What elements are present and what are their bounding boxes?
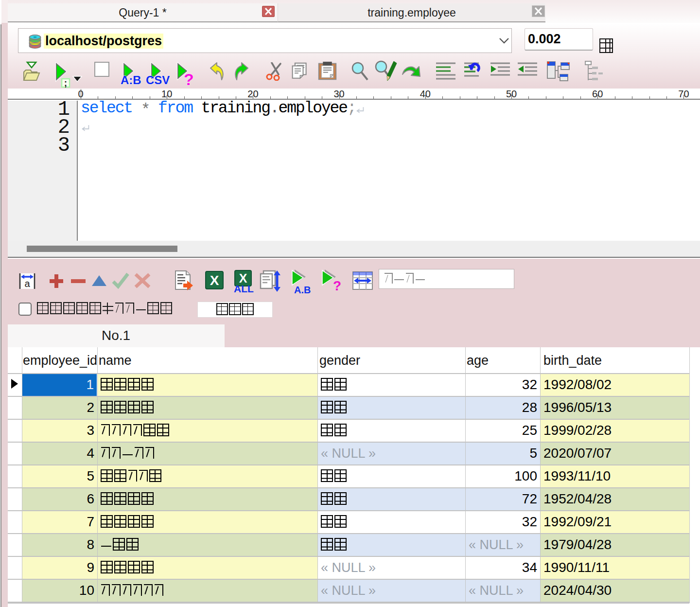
- svg-text:A.B: A.B: [294, 285, 311, 294]
- svg-text:;: ;: [64, 78, 67, 88]
- svg-text:a: a: [24, 278, 30, 289]
- svg-text:?: ?: [333, 278, 341, 293]
- svg-text:X: X: [210, 273, 219, 288]
- svg-text:CSV: CSV: [146, 73, 170, 87]
- svg-text:?: ?: [184, 70, 194, 89]
- svg-text:ALL: ALL: [234, 283, 254, 294]
- svg-text:A:B: A:B: [121, 73, 141, 87]
